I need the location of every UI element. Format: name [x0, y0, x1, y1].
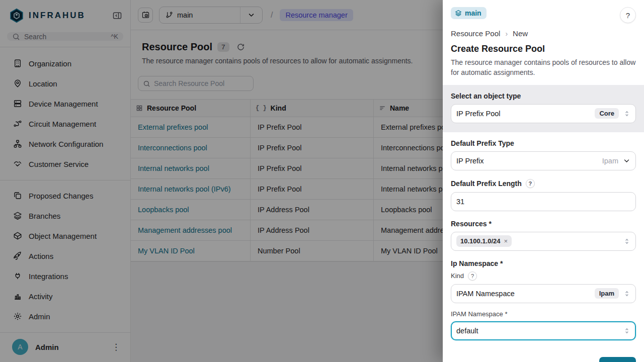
stepper-icon — [623, 290, 630, 297]
object-type-section: Select an object type IP Prefix Pool Cor… — [443, 85, 644, 132]
breadcrumb-new: New — [513, 29, 528, 38]
resources-multiselect[interactable]: 10.100.1.0/24 × — [451, 232, 636, 251]
stepper-icon — [623, 238, 630, 245]
resources-group: Resources * 10.100.1.0/24 × — [451, 220, 636, 251]
help-icon[interactable]: ? — [468, 272, 477, 281]
help-icon[interactable]: ? — [526, 179, 535, 188]
default-prefix-type-label: Default Prefix Type — [451, 139, 636, 147]
drawer-form: Default Prefix Type IP Prefix Ipam Defau… — [443, 132, 644, 349]
default-prefix-length-input[interactable] — [456, 198, 630, 206]
default-prefix-type-select[interactable]: IP Prefix Ipam — [451, 151, 636, 170]
kind-value: IPAM Namespace — [456, 290, 595, 298]
object-type-value: IP Prefix Pool — [456, 110, 595, 118]
save-button[interactable]: Save — [599, 357, 636, 362]
resource-chip: 10.100.1.0/24 × — [456, 235, 512, 247]
drawer-title: Create Resource Pool — [451, 44, 636, 54]
resource-chip-label: 10.100.1.0/24 — [460, 237, 501, 245]
create-resource-pool-drawer: main ? Resource Pool › New Create Resour… — [443, 0, 644, 362]
drawer-description: The resource manager contains pools of r… — [451, 57, 636, 78]
remove-chip-icon[interactable]: × — [504, 237, 508, 245]
resources-label: Resources * — [451, 220, 636, 228]
ip-namespace-label: Ip Namespace * — [451, 259, 636, 267]
ip-namespace-group: Ip Namespace * Kind ? IPAM Namespace Ipa… — [451, 259, 636, 340]
ipam-namespace-select[interactable]: default — [451, 321, 636, 340]
drawer-breadcrumb: Resource Pool › New — [451, 29, 636, 38]
kind-label-row: Kind ? — [451, 272, 636, 281]
default-prefix-type-group: Default Prefix Type IP Prefix Ipam — [451, 139, 636, 170]
default-prefix-type-value: IP Prefix — [456, 157, 602, 165]
core-badge: Core — [595, 108, 619, 119]
ipam-namespace-value: default — [456, 327, 623, 335]
chevron-right-icon: › — [505, 30, 508, 38]
default-prefix-length-field — [451, 192, 636, 211]
help-button[interactable]: ? — [620, 7, 636, 23]
default-prefix-length-label-text: Default Prefix Length — [451, 179, 522, 188]
ipam-badge: Ipam — [595, 288, 619, 299]
branch-badge[interactable]: main — [451, 7, 487, 19]
stepper-icon — [623, 110, 630, 117]
kind-select[interactable]: IPAM Namespace Ipam — [451, 284, 636, 303]
chevron-down-icon — [623, 157, 630, 164]
drawer-footer: Save — [443, 349, 644, 362]
resources-chips: 10.100.1.0/24 × — [456, 235, 623, 247]
default-prefix-length-label: Default Prefix Length ? — [451, 179, 636, 188]
stepper-icon — [623, 327, 630, 334]
object-type-label: Select an object type — [451, 92, 636, 100]
drawer-header: main ? Resource Pool › New Create Resour… — [443, 0, 644, 85]
layers-icon — [455, 10, 462, 17]
branch-badge-label: main — [465, 9, 481, 17]
kind-label: Kind — [451, 272, 464, 280]
ipam-hint: Ipam — [602, 157, 618, 165]
breadcrumb-resource-pool[interactable]: Resource Pool — [451, 29, 500, 38]
default-prefix-length-group: Default Prefix Length ? — [451, 179, 636, 211]
ipam-namespace-label: IPAM Namespace * — [451, 310, 636, 318]
object-type-select[interactable]: IP Prefix Pool Core — [451, 104, 636, 123]
